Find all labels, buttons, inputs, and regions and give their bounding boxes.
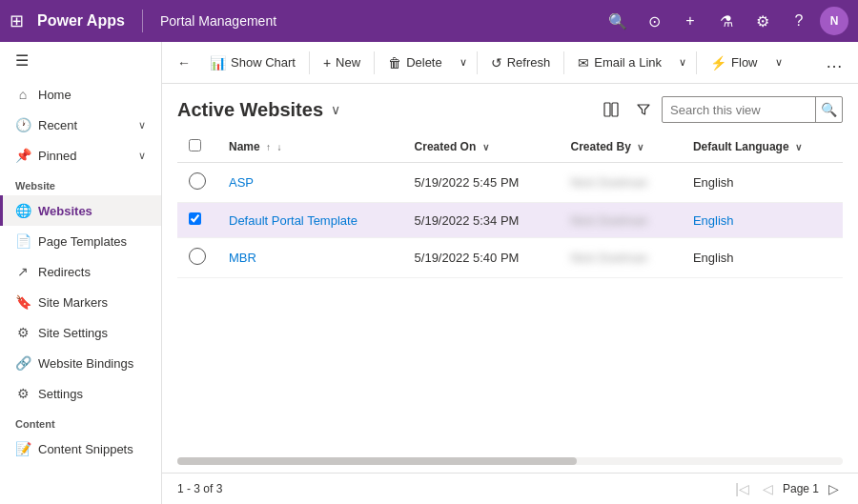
sidebar: ☰ ⌂ Home 🕐 Recent ∨ 📌 Pinned ∨ Website 🌐… (0, 42, 162, 504)
delete-label: Delete (406, 55, 442, 70)
created-on-column-header[interactable]: Created On ∨ (403, 131, 560, 163)
sidebar-item-home[interactable]: ⌂ Home (0, 79, 161, 110)
command-bar: ← 📊 Show Chart + New 🗑 Delete ∨ ↺ Refres… (162, 42, 858, 84)
flow-button[interactable]: ⚡ Flow (701, 50, 766, 75)
name-sort-toggle-icon: ↓ (276, 142, 281, 152)
chevron-down-icon: ∨ (138, 119, 146, 131)
row-created-by-cell: Nick Doelman (559, 238, 681, 278)
cmd-divider (696, 51, 697, 74)
delete-icon: 🗑 (388, 55, 401, 71)
flow-label: Flow (731, 55, 757, 70)
sidebar-item-pinned[interactable]: 📌 Pinned ∨ (0, 140, 161, 171)
checkbox-header[interactable] (177, 131, 217, 163)
flow-chevron-button[interactable]: ∨ (769, 51, 788, 73)
language-link[interactable]: English (693, 213, 734, 228)
row-created-by-value: Nick Doelman (570, 251, 647, 265)
columns-icon-button[interactable] (597, 95, 625, 124)
grid-icon[interactable]: ⊞ (10, 10, 24, 31)
row-checkbox-cell[interactable] (177, 203, 217, 238)
cmd-divider (563, 51, 564, 74)
default-language-column-header[interactable]: Default Language ∨ (682, 131, 843, 163)
help-icon[interactable]: ? (784, 6, 814, 36)
show-chart-button[interactable]: 📊 Show Chart (200, 50, 305, 75)
new-label: New (336, 55, 360, 70)
sidebar-item-label: Recent (38, 118, 77, 132)
show-chart-label: Show Chart (231, 55, 296, 70)
lang-sort-icon: ∨ (795, 142, 802, 152)
row-circle[interactable] (189, 248, 206, 265)
prev-page-button[interactable]: ◁ (759, 479, 777, 498)
record-count: 1 - 3 of 3 (177, 482, 222, 495)
ring-icon[interactable]: ⊙ (639, 6, 669, 36)
sidebar-item-settings[interactable]: ⚙ Settings (0, 378, 161, 409)
search-icon[interactable]: 🔍 (603, 6, 633, 36)
select-all-checkbox[interactable] (189, 139, 201, 151)
sidebar-item-websites[interactable]: 🌐 Websites (0, 195, 161, 226)
next-page-button[interactable]: ▷ (825, 479, 843, 498)
flow-icon: ⚡ (710, 55, 726, 71)
sidebar-item-page-templates[interactable]: 📄 Page Templates (0, 226, 161, 256)
settings-icon[interactable]: ⚙ (747, 6, 778, 36)
add-icon[interactable]: + (675, 6, 705, 36)
sidebar-item-content-snippets[interactable]: 📝 Content Snippets (0, 433, 161, 464)
search-input[interactable] (663, 103, 815, 117)
delete-chevron-button[interactable]: ∨ (454, 51, 473, 73)
row-language-cell[interactable]: English (682, 203, 843, 238)
created-by-column-header[interactable]: Created By ∨ (559, 131, 681, 163)
first-page-button[interactable]: |◁ (731, 479, 753, 498)
sidebar-item-site-settings[interactable]: ⚙ Site Settings (0, 317, 161, 348)
scroll-thumb[interactable] (177, 457, 577, 465)
page-header: Active Websites ∨ 🔍 (162, 84, 858, 131)
record-link[interactable]: MBR (229, 251, 256, 265)
record-link[interactable]: ASP (229, 175, 254, 190)
more-button[interactable]: … (818, 48, 850, 77)
row-checkbox[interactable] (189, 212, 201, 225)
home-icon: ⌂ (15, 87, 31, 102)
row-created-on-cell: 5/19/2022 5:34 PM (403, 203, 560, 238)
sidebar-item-redirects[interactable]: ↗ Redirects (0, 256, 161, 287)
avatar[interactable]: N (820, 7, 848, 35)
section-label-content: Content (0, 409, 161, 433)
site-settings-icon: ⚙ (15, 325, 31, 340)
row-created-by-cell: Nick Doelman (559, 203, 681, 238)
created-by-sort-icon: ∨ (637, 142, 644, 152)
sidebar-item-recent[interactable]: 🕐 Recent ∨ (0, 110, 161, 140)
record-link[interactable]: Default Portal Template (229, 213, 358, 228)
email-chevron-button[interactable]: ∨ (673, 51, 692, 73)
funnel-icon[interactable]: ⚗ (711, 6, 742, 36)
row-name-cell[interactable]: Default Portal Template (217, 203, 403, 238)
redirects-icon: ↗ (15, 264, 31, 279)
row-circle[interactable] (189, 172, 206, 190)
page-title-chevron[interactable]: ∨ (331, 102, 340, 117)
svg-rect-0 (604, 103, 610, 116)
horizontal-scrollbar[interactable] (162, 452, 858, 473)
top-nav-icons: 🔍 ⊙ + ⚗ ⚙ ? N (603, 6, 848, 36)
row-checkbox-cell[interactable] (177, 163, 217, 203)
search-box[interactable]: 🔍 (662, 96, 843, 123)
table-row: ASP 5/19/2022 5:45 PM Nick Doelman Engli… (177, 163, 843, 203)
sidebar-item-label: Site Settings (38, 326, 108, 340)
table-header-row: Name ↑ ↓ Created On ∨ Created By ∨ (177, 131, 843, 163)
cmd-divider (477, 51, 478, 74)
row-language-cell: English (682, 238, 843, 278)
content-snippets-icon: 📝 (15, 441, 31, 456)
name-column-header[interactable]: Name ↑ ↓ (217, 131, 403, 163)
refresh-label: Refresh (507, 55, 551, 70)
row-checkbox-cell[interactable] (177, 238, 217, 278)
refresh-button[interactable]: ↺ Refresh (481, 50, 561, 75)
filter-icon-button[interactable] (629, 95, 658, 124)
sidebar-item-website-bindings[interactable]: 🔗 Website Bindings (0, 348, 161, 378)
sidebar-item-site-markers[interactable]: 🔖 Site Markers (0, 287, 161, 317)
sidebar-toggle[interactable]: ☰ (0, 42, 161, 79)
new-button[interactable]: + New (314, 50, 370, 75)
row-name-cell[interactable]: ASP (217, 163, 403, 203)
delete-button[interactable]: 🗑 Delete (378, 50, 452, 75)
website-bindings-icon: 🔗 (15, 355, 31, 371)
row-name-cell[interactable]: MBR (217, 238, 403, 278)
search-button[interactable]: 🔍 (815, 96, 842, 123)
back-button[interactable]: ← (170, 50, 198, 75)
websites-icon: 🌐 (15, 203, 31, 218)
email-link-button[interactable]: ✉ Email a Link (568, 50, 671, 75)
scroll-track[interactable] (177, 457, 843, 465)
table-row: Default Portal Template 5/19/2022 5:34 P… (177, 203, 843, 238)
